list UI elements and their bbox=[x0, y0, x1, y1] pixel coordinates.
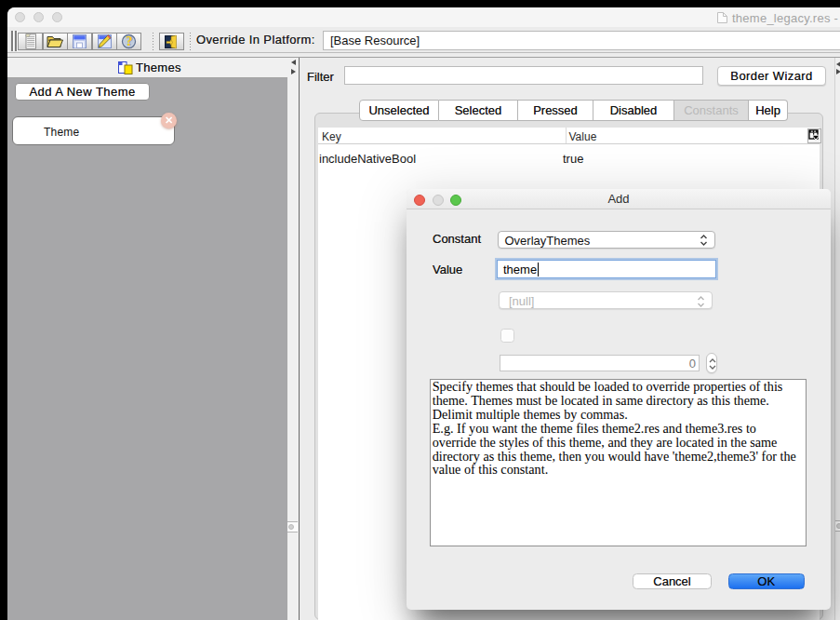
svg-text:?: ? bbox=[126, 34, 132, 48]
